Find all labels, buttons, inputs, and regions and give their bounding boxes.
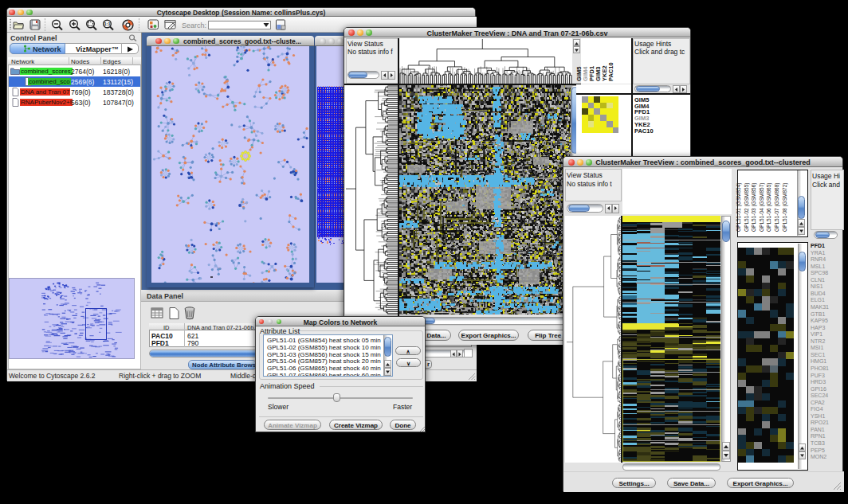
svg-text:1:1: 1:1 xyxy=(104,21,111,26)
